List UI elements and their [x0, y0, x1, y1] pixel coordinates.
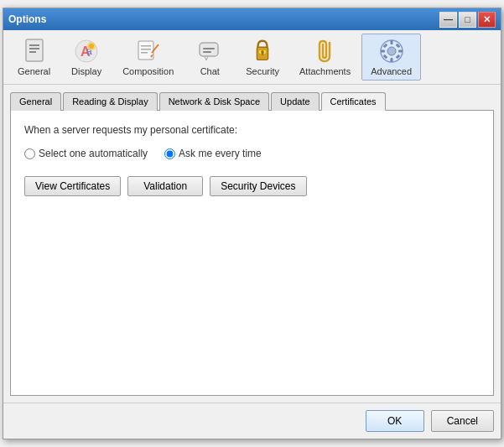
radio-auto-input[interactable]	[24, 148, 35, 159]
attachments-icon	[312, 38, 339, 65]
certificates-panel: When a server requests my personal certi…	[10, 111, 494, 396]
tab-general[interactable]: General	[10, 92, 61, 111]
toolbar-item-composition[interactable]: Composition	[113, 34, 183, 81]
svg-rect-28	[398, 50, 403, 53]
title-bar-left: Options	[8, 13, 46, 25]
cert-button-row: View Certificates Validation Security De…	[24, 176, 480, 196]
svg-rect-17	[203, 48, 215, 49]
window-title: Options	[8, 13, 46, 25]
cert-description: When a server requests my personal certi…	[24, 124, 480, 136]
title-bar-controls: — □ ✕	[439, 12, 496, 28]
cancel-button[interactable]: Cancel	[431, 410, 494, 432]
tab-certificates[interactable]: Certificates	[321, 92, 386, 111]
close-button[interactable]: ✕	[478, 12, 496, 28]
toolbar-item-chat[interactable]: Chat	[184, 34, 235, 81]
svg-rect-10	[141, 45, 151, 47]
svg-rect-2	[29, 48, 39, 49]
minimize-button[interactable]: —	[439, 12, 457, 28]
display-icon: A a	[73, 38, 100, 65]
options-window: Options — □ ✕ General	[3, 8, 501, 439]
validation-button[interactable]: Validation	[127, 176, 203, 196]
chat-icon	[196, 38, 223, 65]
chat-label: Chat	[200, 66, 220, 76]
svg-rect-18	[203, 51, 211, 53]
tab-network-disk[interactable]: Network & Disk Space	[159, 92, 269, 111]
svg-point-8	[89, 44, 94, 49]
toolbar-item-general[interactable]: General	[8, 34, 60, 81]
radio-auto-label: Select one automatically	[39, 148, 148, 159]
tab-update[interactable]: Update	[271, 92, 319, 111]
svg-rect-12	[141, 52, 148, 54]
svg-rect-3	[29, 51, 36, 53]
radio-ask-label: Ask me every time	[179, 148, 262, 159]
content-area: General Reading & Display Network & Disk…	[3, 85, 501, 403]
radio-ask-input[interactable]	[164, 148, 175, 159]
tab-reading-display[interactable]: Reading & Display	[63, 92, 158, 111]
view-certificates-button[interactable]: View Certificates	[24, 176, 121, 196]
svg-marker-16	[205, 56, 208, 60]
toolbar-item-display[interactable]: A a Display	[61, 34, 112, 81]
toolbar-item-security[interactable]: Security	[236, 34, 288, 81]
advanced-label: Advanced	[371, 66, 412, 76]
general-label: General	[18, 66, 50, 76]
security-label: Security	[246, 66, 279, 76]
ok-button[interactable]: OK	[366, 410, 424, 432]
tabs-bar: General Reading & Display Network & Disk…	[10, 91, 494, 111]
toolbar-item-advanced[interactable]: Advanced	[361, 34, 421, 81]
display-label: Display	[71, 66, 101, 76]
general-icon	[21, 38, 48, 65]
security-devices-button[interactable]: Security Devices	[210, 176, 306, 196]
svg-rect-22	[262, 52, 263, 55]
radio-group: Select one automatically Ask me every ti…	[24, 148, 480, 159]
security-icon	[249, 38, 276, 65]
svg-rect-0	[26, 39, 43, 61]
toolbar: General A a Display	[3, 30, 501, 85]
svg-rect-25	[390, 40, 392, 44]
maximize-button[interactable]: □	[459, 12, 476, 28]
composition-label: Composition	[122, 66, 174, 76]
svg-rect-26	[390, 58, 392, 62]
radio-auto[interactable]: Select one automatically	[24, 148, 148, 159]
footer: OK Cancel	[3, 403, 501, 439]
svg-rect-11	[141, 49, 151, 50]
advanced-icon	[378, 38, 405, 65]
attachments-label: Attachments	[299, 66, 351, 76]
toolbar-item-attachments[interactable]: Attachments	[290, 34, 360, 81]
radio-ask[interactable]: Ask me every time	[164, 148, 262, 159]
title-bar: Options — □ ✕	[3, 8, 501, 30]
svg-rect-27	[381, 50, 385, 53]
svg-point-24	[387, 47, 396, 55]
composition-icon	[135, 38, 162, 65]
svg-rect-1	[29, 44, 39, 46]
